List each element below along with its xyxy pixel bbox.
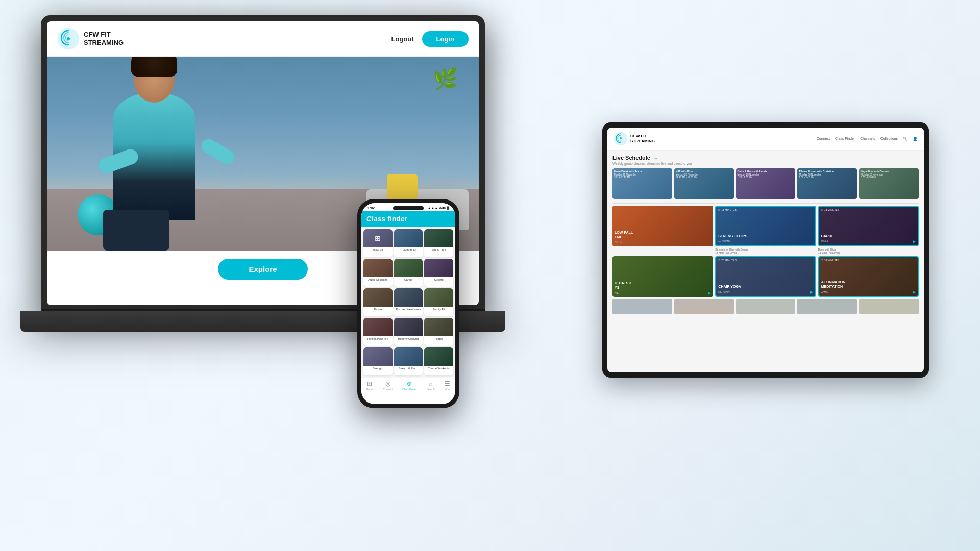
- class-item-audiosessions[interactable]: Audio Sessions: [363, 259, 393, 287]
- logout-button[interactable]: Logout: [391, 35, 414, 43]
- class-item-encore[interactable]: Encore Livestreams: [394, 288, 423, 316]
- class-strength-img: [363, 347, 393, 366]
- thumb-1[interactable]: [612, 299, 672, 314]
- phone-screen: 1:02 ▲▲▲ WiFi ▓ Class finder ⊞ View All …: [361, 203, 455, 404]
- class-fitness-img: [363, 318, 393, 336]
- video-strength-title: STRENGTH HIPS: [718, 234, 813, 238]
- class-item-10minfit[interactable]: 10-Minute Fit: [394, 229, 423, 257]
- class-item-viewall[interactable]: ⊞ View All: [363, 229, 393, 257]
- explore-button[interactable]: Explore: [218, 259, 307, 280]
- tablet-logo-line1: CFW FIT: [630, 134, 655, 139]
- cfw-logo-icon: [57, 28, 80, 50]
- class-item-stretch[interactable]: Stretch & Rec...: [394, 347, 423, 375]
- login-button[interactable]: Login: [422, 31, 469, 47]
- class-item-strength[interactable]: Strength: [363, 347, 393, 375]
- class-theme-img: [424, 347, 453, 366]
- schedule-cards-row: Move Break with Tricia Monday 20 Novembe…: [612, 168, 919, 199]
- phone-notch: [393, 206, 424, 210]
- class-abscore-label: Abs & Core: [424, 247, 453, 253]
- class-item-cycling[interactable]: Cycling: [424, 259, 453, 287]
- phone-screen-title: Class finder: [366, 215, 450, 223]
- class-item-dance[interactable]: Dance: [363, 288, 393, 316]
- video-barre-title: BARRE: [821, 234, 916, 238]
- thumb-2[interactable]: [674, 299, 734, 314]
- video-card-lowfall[interactable]: LOW-FALLEME COLIN: [612, 206, 713, 246]
- class-viewall-img: ⊞: [363, 229, 393, 247]
- class-item-fitnesshowtos[interactable]: Fitness How To's: [363, 318, 393, 346]
- class-theme-label: Theme Workouts: [424, 366, 453, 371]
- schedule-card-5[interactable]: Yoga Flow with Desiree Monday 20 Novembe…: [859, 168, 919, 199]
- video-barre-duration: ⏱13 MINUTES: [821, 208, 839, 211]
- tablet-nav-channels[interactable]: Channels: [860, 137, 875, 141]
- schedule-card-3-name: Butts & Guts with Lenda: [738, 170, 794, 173]
- tablet-nav-search-icon[interactable]: 🔍: [903, 137, 908, 141]
- person-legs: [103, 210, 169, 251]
- laptop-logo-text: CFW FIT STREAMING: [84, 31, 124, 46]
- class-item-familyfit[interactable]: Family Fit: [424, 288, 453, 316]
- class-10minfit-img: [394, 229, 423, 247]
- person-silhouette: [88, 59, 241, 251]
- class-item-pilates[interactable]: Pilates: [424, 318, 453, 346]
- schedule-card-4-name: Pilates Fusion with Christine: [799, 170, 855, 173]
- schedule-card-4[interactable]: Pilates Fusion with Christine Monday 20 …: [797, 168, 857, 199]
- tablet-nav-user-icon[interactable]: 👤: [913, 137, 918, 141]
- schedule-card-2[interactable]: HIIT with Elisa Monday 20 November 11:30…: [674, 168, 734, 199]
- thumb-4[interactable]: [797, 299, 857, 314]
- video-barre-instructor: OLGA: [821, 240, 828, 243]
- tablet-screen: CFW FIT STREAMING Connect Class Finder C…: [607, 128, 924, 372]
- video-oats-title: IT OATS 3YS: [615, 281, 711, 290]
- tablet-nav-collections[interactable]: Collections: [880, 137, 898, 141]
- phone-status-icons: ▲▲▲ WiFi ▓: [427, 206, 449, 210]
- meditation-play: ▶: [913, 290, 916, 294]
- laptop-nav-buttons: Logout Login: [391, 31, 469, 47]
- thumb-5[interactable]: [859, 299, 919, 314]
- schedule-card-1-name: Move Break with Tricia: [614, 170, 671, 173]
- phone-nav-connect[interactable]: ◎ Connect: [383, 380, 393, 391]
- class-item-theme[interactable]: Theme Workouts: [424, 347, 453, 375]
- tablet-nav-connect[interactable]: Connect: [817, 137, 830, 141]
- live-schedule-arrow[interactable]: →: [653, 155, 658, 161]
- class-item-healthycooking[interactable]: Healthy Cooking: [394, 318, 423, 346]
- class-cardio-img: [394, 259, 423, 277]
- schedule-card-3[interactable]: Butts & Guts with Lenda Monday 20 Novemb…: [736, 168, 796, 199]
- video-card-barre[interactable]: ⏱13 MINUTES BARRE OLGA ▶: [818, 206, 919, 246]
- tablet-logo-line2: STREAMING: [630, 139, 655, 144]
- class-encore-label: Encore Livestreams: [394, 307, 423, 312]
- tablet-nav-classfinder[interactable]: Class Finder: [835, 137, 855, 141]
- signal-icon: ▲▲▲: [427, 206, 438, 210]
- class-finder-grid: ⊞ View All 10-Minute Fit Abs & Core Audi…: [361, 227, 455, 378]
- phone-nav-home[interactable]: ⊞ Home: [366, 380, 373, 391]
- live-schedule-title: Live Schedule: [612, 155, 650, 161]
- video-grid-bottom: IT OATS 3YS KIE ▶ ⏱20 MINUTES CHAIR YOGA…: [612, 256, 919, 297]
- video-lowfall-instructor: COLIN: [615, 241, 622, 244]
- schedule-card-2-content: HIIT with Elisa Monday 20 November 11:30…: [674, 168, 734, 180]
- yoga-play: ▶: [810, 290, 813, 294]
- laptop-logo-area: CFW FIT STREAMING: [57, 28, 124, 50]
- phone-nav-search[interactable]: ⌕ Search: [427, 380, 435, 391]
- phone-nav-classfinder[interactable]: ⊕ Class Finder: [402, 380, 416, 391]
- schedule-card-1[interactable]: Move Break with Tricia Monday 20 Novembe…: [612, 168, 672, 199]
- video-card-oats[interactable]: IT OATS 3YS KIE ▶: [612, 256, 713, 297]
- thumbnail-bottom-row: [612, 299, 919, 314]
- class-10minfit-label: 10-Minute Fit: [394, 247, 423, 253]
- video-card-meditation[interactable]: ⏱10 MINUTES AFFIRMATIONMEDITATION JAMIE …: [818, 256, 919, 297]
- video-card-strength-hips[interactable]: ⏱13 MINUTES STRENGTH HIPS — DEVAN: [715, 206, 816, 246]
- video-meta-barre: Barre with Olga13 Mins | All Levels: [818, 248, 919, 254]
- class-item-abscore[interactable]: Abs & Core: [424, 229, 453, 257]
- class-audio-label: Audio Sessions: [363, 277, 393, 282]
- video-card-chair-yoga[interactable]: ⏱20 MINUTES CHAIR YOGA KERIANN ▶: [715, 256, 816, 297]
- live-schedule-header: Live Schedule →: [612, 155, 919, 161]
- phone-nav-more[interactable]: ☰ More: [445, 380, 450, 391]
- schedule-card-5-name: Yoga Flow with Desiree: [861, 170, 917, 173]
- person-arm-right: [199, 136, 237, 166]
- tablet-body: Live Schedule → Weekly group classes, st…: [607, 151, 924, 372]
- phone-time: 1:02: [368, 206, 375, 210]
- schedule-card-2-name: HIIT with Elisa: [676, 170, 732, 173]
- schedule-card-1-time: 10:15-10:30 AM: [614, 176, 671, 179]
- class-item-cardio[interactable]: Cardio: [394, 259, 423, 287]
- schedule-card-4-content: Pilates Fusion with Christine Monday 20 …: [797, 168, 857, 180]
- video-meditation-instructor: JAMIE: [821, 290, 829, 293]
- class-pilates-img: [424, 318, 453, 336]
- thumb-3[interactable]: [736, 299, 796, 314]
- class-stretch-label: Stretch & Rec...: [394, 366, 423, 371]
